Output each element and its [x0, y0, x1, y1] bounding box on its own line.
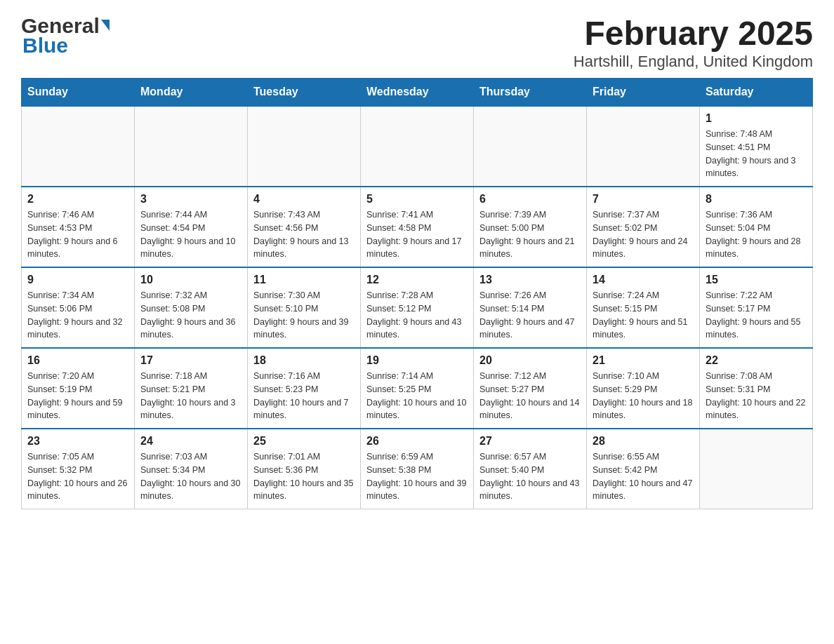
day-number: 11	[253, 274, 355, 286]
calendar-day-cell: 26Sunrise: 6:59 AMSunset: 5:38 PMDayligh…	[361, 429, 474, 509]
calendar-week-row: 2Sunrise: 7:46 AMSunset: 4:53 PMDaylight…	[22, 187, 813, 267]
calendar-day-cell: 16Sunrise: 7:20 AMSunset: 5:19 PMDayligh…	[22, 348, 135, 429]
calendar-day-cell: 17Sunrise: 7:18 AMSunset: 5:21 PMDayligh…	[135, 348, 248, 429]
day-info: Sunrise: 7:30 AMSunset: 5:10 PMDaylight:…	[253, 289, 355, 342]
calendar-day-cell: 15Sunrise: 7:22 AMSunset: 5:17 PMDayligh…	[700, 267, 813, 348]
day-info: Sunrise: 6:59 AMSunset: 5:38 PMDaylight:…	[366, 450, 468, 503]
day-number: 16	[27, 354, 128, 367]
calendar-day-cell: 3Sunrise: 7:44 AMSunset: 4:54 PMDaylight…	[135, 187, 248, 267]
day-info: Sunrise: 7:08 AMSunset: 5:31 PMDaylight:…	[706, 370, 807, 422]
day-number: 14	[593, 274, 694, 286]
day-info: Sunrise: 7:48 AMSunset: 4:51 PMDaylight:…	[706, 128, 807, 180]
calendar-day-cell: 1Sunrise: 7:48 AMSunset: 4:51 PMDaylight…	[700, 106, 813, 187]
day-info: Sunrise: 7:39 AMSunset: 5:00 PMDaylight:…	[479, 208, 581, 261]
day-number: 2	[27, 193, 128, 206]
day-number: 23	[27, 435, 128, 448]
logo: General Blue	[21, 14, 110, 58]
calendar-week-row: 23Sunrise: 7:05 AMSunset: 5:32 PMDayligh…	[22, 429, 813, 509]
calendar-day-cell	[22, 106, 135, 187]
day-number: 7	[593, 193, 694, 206]
day-info: Sunrise: 7:37 AMSunset: 5:02 PMDaylight:…	[593, 208, 694, 261]
day-info: Sunrise: 7:05 AMSunset: 5:32 PMDaylight:…	[27, 450, 128, 503]
calendar-day-cell: 4Sunrise: 7:43 AMSunset: 4:56 PMDaylight…	[248, 187, 361, 267]
day-info: Sunrise: 7:34 AMSunset: 5:06 PMDaylight:…	[27, 289, 128, 342]
calendar-day-cell: 28Sunrise: 6:55 AMSunset: 5:42 PMDayligh…	[587, 429, 700, 509]
day-number: 9	[27, 274, 128, 286]
calendar-week-row: 16Sunrise: 7:20 AMSunset: 5:19 PMDayligh…	[22, 348, 813, 429]
day-number: 21	[593, 354, 694, 367]
day-number: 1	[706, 112, 807, 125]
calendar-day-cell: 10Sunrise: 7:32 AMSunset: 5:08 PMDayligh…	[135, 267, 248, 348]
day-info: Sunrise: 7:01 AMSunset: 5:36 PMDaylight:…	[253, 450, 355, 503]
calendar-day-cell: 18Sunrise: 7:16 AMSunset: 5:23 PMDayligh…	[248, 348, 361, 429]
title-section: February 2025 Hartshill, England, United…	[574, 14, 813, 71]
day-number: 15	[706, 274, 807, 286]
day-info: Sunrise: 7:28 AMSunset: 5:12 PMDaylight:…	[366, 289, 468, 342]
calendar-day-cell	[135, 106, 248, 187]
calendar-day-header: Sunday	[22, 79, 135, 107]
logo-blue-text: Blue	[22, 34, 110, 58]
day-info: Sunrise: 7:03 AMSunset: 5:34 PMDaylight:…	[140, 450, 241, 503]
page-header: General Blue February 2025 Hartshill, En…	[21, 14, 813, 71]
calendar-day-cell: 13Sunrise: 7:26 AMSunset: 5:14 PMDayligh…	[474, 267, 587, 348]
day-info: Sunrise: 7:14 AMSunset: 5:25 PMDaylight:…	[366, 370, 468, 422]
calendar-day-cell: 25Sunrise: 7:01 AMSunset: 5:36 PMDayligh…	[248, 429, 361, 509]
day-info: Sunrise: 7:36 AMSunset: 5:04 PMDaylight:…	[706, 208, 807, 261]
calendar-day-cell: 11Sunrise: 7:30 AMSunset: 5:10 PMDayligh…	[248, 267, 361, 348]
calendar-table: SundayMondayTuesdayWednesdayThursdayFrid…	[21, 78, 813, 509]
calendar-header-row: SundayMondayTuesdayWednesdayThursdayFrid…	[22, 79, 813, 107]
day-number: 27	[479, 435, 581, 448]
calendar-day-cell: 22Sunrise: 7:08 AMSunset: 5:31 PMDayligh…	[700, 348, 813, 429]
day-number: 19	[366, 354, 468, 367]
calendar-day-cell	[700, 429, 813, 509]
day-info: Sunrise: 7:20 AMSunset: 5:19 PMDaylight:…	[27, 370, 128, 422]
day-info: Sunrise: 7:44 AMSunset: 4:54 PMDaylight:…	[140, 208, 241, 261]
day-info: Sunrise: 7:26 AMSunset: 5:14 PMDaylight:…	[479, 289, 581, 342]
day-info: Sunrise: 7:12 AMSunset: 5:27 PMDaylight:…	[479, 370, 581, 422]
day-number: 6	[479, 193, 581, 206]
calendar-day-cell: 5Sunrise: 7:41 AMSunset: 4:58 PMDaylight…	[361, 187, 474, 267]
calendar-day-header: Monday	[135, 79, 248, 107]
day-number: 22	[706, 354, 807, 367]
day-number: 25	[253, 435, 355, 448]
calendar-day-cell: 9Sunrise: 7:34 AMSunset: 5:06 PMDaylight…	[22, 267, 135, 348]
calendar-day-cell: 20Sunrise: 7:12 AMSunset: 5:27 PMDayligh…	[474, 348, 587, 429]
day-info: Sunrise: 7:43 AMSunset: 4:56 PMDaylight:…	[253, 208, 355, 261]
day-number: 24	[140, 435, 241, 448]
day-number: 17	[140, 354, 241, 367]
page-title: February 2025	[574, 14, 813, 53]
logo-arrow-icon	[101, 20, 110, 31]
calendar-day-cell: 21Sunrise: 7:10 AMSunset: 5:29 PMDayligh…	[587, 348, 700, 429]
calendar-day-cell: 24Sunrise: 7:03 AMSunset: 5:34 PMDayligh…	[135, 429, 248, 509]
day-number: 5	[366, 193, 468, 206]
day-info: Sunrise: 7:16 AMSunset: 5:23 PMDaylight:…	[253, 370, 355, 422]
calendar-day-cell: 27Sunrise: 6:57 AMSunset: 5:40 PMDayligh…	[474, 429, 587, 509]
calendar-day-header: Saturday	[700, 79, 813, 107]
calendar-day-header: Wednesday	[361, 79, 474, 107]
calendar-day-cell: 14Sunrise: 7:24 AMSunset: 5:15 PMDayligh…	[587, 267, 700, 348]
calendar-day-header: Thursday	[474, 79, 587, 107]
calendar-day-header: Tuesday	[248, 79, 361, 107]
day-number: 28	[593, 435, 694, 448]
calendar-day-cell	[361, 106, 474, 187]
calendar-day-cell: 12Sunrise: 7:28 AMSunset: 5:12 PMDayligh…	[361, 267, 474, 348]
day-number: 8	[706, 193, 807, 206]
calendar-week-row: 9Sunrise: 7:34 AMSunset: 5:06 PMDaylight…	[22, 267, 813, 348]
day-number: 18	[253, 354, 355, 367]
calendar-week-row: 1Sunrise: 7:48 AMSunset: 4:51 PMDaylight…	[22, 106, 813, 187]
calendar-day-cell: 6Sunrise: 7:39 AMSunset: 5:00 PMDaylight…	[474, 187, 587, 267]
calendar-day-cell: 19Sunrise: 7:14 AMSunset: 5:25 PMDayligh…	[361, 348, 474, 429]
page-subtitle: Hartshill, England, United Kingdom	[574, 53, 813, 71]
day-info: Sunrise: 7:24 AMSunset: 5:15 PMDaylight:…	[593, 289, 694, 342]
day-number: 26	[366, 435, 468, 448]
calendar-day-cell: 8Sunrise: 7:36 AMSunset: 5:04 PMDaylight…	[700, 187, 813, 267]
day-number: 20	[479, 354, 581, 367]
calendar-day-cell	[248, 106, 361, 187]
day-info: Sunrise: 7:32 AMSunset: 5:08 PMDaylight:…	[140, 289, 241, 342]
day-number: 13	[479, 274, 581, 286]
day-info: Sunrise: 7:18 AMSunset: 5:21 PMDaylight:…	[140, 370, 241, 422]
calendar-day-cell: 2Sunrise: 7:46 AMSunset: 4:53 PMDaylight…	[22, 187, 135, 267]
calendar-day-header: Friday	[587, 79, 700, 107]
day-number: 10	[140, 274, 241, 286]
day-info: Sunrise: 7:46 AMSunset: 4:53 PMDaylight:…	[27, 208, 128, 261]
